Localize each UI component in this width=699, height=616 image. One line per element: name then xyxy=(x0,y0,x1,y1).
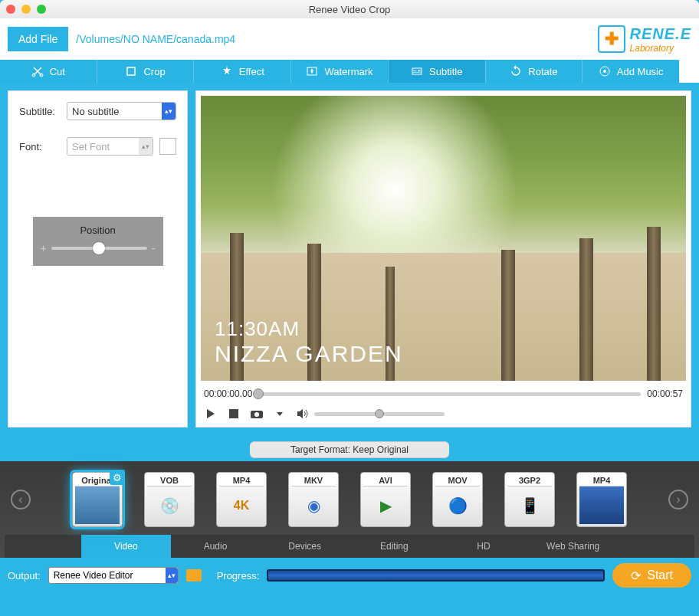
tab-spacer xyxy=(679,60,699,83)
category-tab-audio[interactable]: Audio xyxy=(171,535,261,558)
tab-label: Add Music xyxy=(617,66,664,77)
tab-cut[interactable]: Cut xyxy=(0,60,97,83)
volume-icon[interactable] xyxy=(296,407,310,421)
format-label: AVI xyxy=(363,475,408,487)
time-current: 00:00:00.00 xyxy=(204,388,252,399)
format-label: MKV xyxy=(291,475,336,487)
tab-subtitle[interactable]: SUB Subtitle xyxy=(388,60,485,83)
category-tab-editing[interactable]: Editing xyxy=(350,535,439,558)
svg-rect-2 xyxy=(127,67,135,75)
position-control: Position + - xyxy=(33,217,163,266)
category-tab-video[interactable]: Video xyxy=(81,535,171,558)
brand-name: RENE.E xyxy=(630,25,691,43)
svg-point-7 xyxy=(603,70,606,73)
time-total: 00:00:57 xyxy=(647,388,683,399)
format-label: 3GP2 xyxy=(507,475,552,487)
play-button[interactable] xyxy=(204,407,218,421)
position-label: Position xyxy=(33,217,163,236)
tab-rotate[interactable]: Rotate xyxy=(485,60,582,83)
seek-thumb[interactable] xyxy=(253,388,264,399)
plus-icon: - xyxy=(152,242,156,254)
subtitle-field-label: Subtitle: xyxy=(19,106,61,117)
category-tabs: Video Audio Devices Editing HD Web Shari… xyxy=(5,535,694,558)
svg-rect-8 xyxy=(229,409,238,418)
format-label: VOB xyxy=(147,475,192,487)
position-slider[interactable]: + - xyxy=(41,242,156,254)
subtitle-panel: Subtitle: No subtitle ▴▾ Font: Set Font … xyxy=(8,90,188,428)
snapshot-button[interactable] xyxy=(250,407,264,421)
font-select-placeholder: Set Font xyxy=(72,141,110,152)
crop-icon xyxy=(125,65,137,77)
titlebar: Renee Video Crop xyxy=(0,0,699,18)
svg-text:SUB: SUB xyxy=(413,69,422,74)
output-select[interactable]: Renee Video Editor ▴▾ xyxy=(48,567,179,584)
carousel-next-button[interactable]: › xyxy=(668,490,688,510)
stop-button[interactable] xyxy=(227,407,241,421)
format-vob[interactable]: VOB 💿 xyxy=(144,472,195,527)
format-label: MP4 xyxy=(579,475,624,487)
tool-tabs: Cut Crop Effect Watermark SUB Subtitle R… xyxy=(0,60,699,83)
font-field-label: Font: xyxy=(19,141,61,152)
preview-panel: 11:30AM NIZZA GARDEN 00:00:00.00 00:00:5… xyxy=(195,90,691,428)
overlay-time: 11:30AM xyxy=(215,317,403,341)
font-color-swatch[interactable] xyxy=(159,138,176,155)
svg-point-10 xyxy=(254,412,259,417)
overlay-title: NIZZA GARDEN xyxy=(215,341,403,367)
volume-slider[interactable] xyxy=(314,412,445,416)
format-label: MP4 xyxy=(219,475,264,487)
tab-label: Rotate xyxy=(528,66,557,77)
format-list: ⚙ Original VOB 💿 MP4 4K MKV ◉ AVI ▶ MOV xyxy=(44,472,655,527)
position-slider-thumb[interactable] xyxy=(93,242,105,254)
carousel-prev-button[interactable]: ‹ xyxy=(11,490,31,510)
tab-label: Watermark xyxy=(324,66,372,77)
format-label: MOV xyxy=(435,475,480,487)
music-icon xyxy=(599,65,611,77)
chevron-updown-icon: ▴▾ xyxy=(166,568,178,583)
file-path: /Volumes/NO NAME/canada.mp4 xyxy=(76,33,589,45)
format-3gp2[interactable]: 3GP2 📱 xyxy=(504,472,555,527)
start-button[interactable]: ⟳ Start xyxy=(612,563,691,588)
add-file-button[interactable]: Add File xyxy=(8,27,68,51)
format-mp4[interactable]: MP4 4K xyxy=(216,472,267,527)
format-avi[interactable]: AVI ▶ xyxy=(360,472,411,527)
tab-label: Cut xyxy=(50,66,65,77)
tab-label: Crop xyxy=(143,66,165,77)
progress-bar xyxy=(267,569,605,582)
cut-icon xyxy=(31,65,44,77)
format-original[interactable]: ⚙ Original xyxy=(72,472,123,527)
category-tab-hd[interactable]: HD xyxy=(439,535,529,558)
video-overlay-text: 11:30AM NIZZA GARDEN xyxy=(215,317,403,367)
tab-add-music[interactable]: Add Music xyxy=(582,60,679,83)
format-mkv[interactable]: MKV ◉ xyxy=(288,472,339,527)
output-label: Output: xyxy=(8,570,41,582)
format-mov[interactable]: MOV 🔵 xyxy=(432,472,483,527)
subtitle-select-value: No subtitle xyxy=(72,106,119,117)
tab-crop[interactable]: Crop xyxy=(97,60,194,83)
gear-icon[interactable]: ⚙ xyxy=(110,470,125,485)
refresh-icon: ⟳ xyxy=(631,568,641,583)
tab-watermark[interactable]: Watermark xyxy=(290,60,388,83)
format-mp4-2[interactable]: MP4 xyxy=(576,472,627,527)
progress-label: Progress: xyxy=(217,570,260,582)
minus-icon: + xyxy=(41,242,47,254)
font-select[interactable]: Set Font ▴▾ xyxy=(67,137,153,156)
seek-slider[interactable] xyxy=(258,392,641,396)
subtitle-select[interactable]: No subtitle ▴▾ xyxy=(67,102,176,120)
effect-icon xyxy=(221,65,233,77)
category-tab-websharing[interactable]: Web Sharing xyxy=(528,535,618,558)
snapshot-dropdown[interactable] xyxy=(273,407,287,421)
category-tab-devices[interactable]: Devices xyxy=(260,535,350,558)
main-area: Subtitle: No subtitle ▴▾ Font: Set Font … xyxy=(0,83,699,435)
volume-thumb[interactable] xyxy=(375,409,384,418)
chevron-updown-icon: ▴▾ xyxy=(162,103,176,120)
watermark-icon xyxy=(306,65,318,77)
header-bar: Add File /Volumes/NO NAME/canada.mp4 ✚ R… xyxy=(0,18,699,60)
rotate-icon xyxy=(510,65,522,77)
start-button-label: Start xyxy=(647,568,673,582)
video-preview[interactable]: 11:30AM NIZZA GARDEN xyxy=(201,96,686,381)
tab-label: Effect xyxy=(239,66,264,77)
open-folder-button[interactable] xyxy=(186,569,202,582)
window-title: Renee Video Crop xyxy=(0,4,699,15)
tab-effect[interactable]: Effect xyxy=(193,60,290,83)
brand-cross-icon: ✚ xyxy=(598,25,625,53)
